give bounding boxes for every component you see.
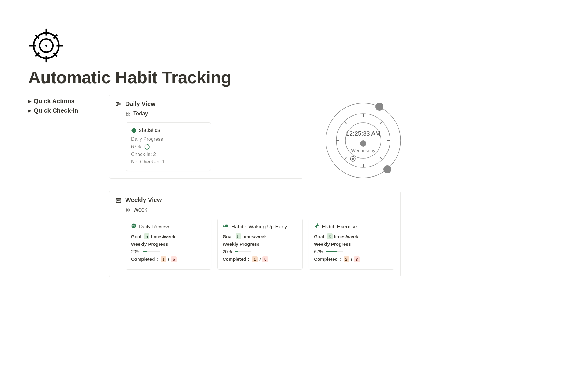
toggle-quick-actions[interactable]: ▶ Quick Actions <box>28 96 102 106</box>
statistics-title: statistics <box>139 127 160 133</box>
progress-bar <box>143 251 160 252</box>
triangle-right-icon: ▶ <box>28 108 31 113</box>
svg-rect-14 <box>126 112 128 114</box>
goal-suffix: times/week <box>151 234 175 239</box>
svg-point-48 <box>132 224 136 228</box>
weekly-progress-pct: 67% <box>314 249 323 254</box>
clock-day: Wednesday <box>351 148 375 153</box>
habit-title: Daily Review <box>139 224 169 230</box>
progress-ring-icon <box>144 144 150 150</box>
goal-value: 5 <box>236 233 241 239</box>
clock-icon: 12:25:33 AM Wednesday <box>323 98 403 183</box>
pie-chart-icon <box>131 128 137 133</box>
gallery-icon <box>126 111 131 116</box>
svg-rect-43 <box>119 200 120 201</box>
svg-line-31 <box>344 157 346 159</box>
weekly-progress-pct: 20% <box>131 249 140 254</box>
triangle-right-icon: ▶ <box>28 99 31 103</box>
svg-point-32 <box>375 103 383 111</box>
goal-prefix: Goal: <box>223 234 234 239</box>
progress-bar <box>235 251 251 252</box>
svg-point-33 <box>383 165 391 173</box>
run-icon <box>314 223 319 230</box>
goal-suffix: times/week <box>242 234 267 239</box>
completed-target: 5 <box>262 256 268 262</box>
svg-rect-47 <box>129 210 130 212</box>
goal-suffix: times/week <box>334 234 358 239</box>
daily-progress-pct: 67% <box>131 144 141 150</box>
daily-view-title: Daily View <box>125 100 156 107</box>
svg-rect-12 <box>117 103 121 104</box>
toggle-label: Quick Actions <box>34 98 75 105</box>
bed-icon <box>223 223 229 230</box>
svg-rect-11 <box>116 102 119 103</box>
svg-rect-13 <box>116 105 118 106</box>
svg-rect-46 <box>126 210 128 212</box>
completed-target: 3 <box>354 256 360 262</box>
completed-prefix: Completed： <box>223 257 251 262</box>
clock-time: 12:25:33 AM <box>346 130 380 137</box>
svg-line-30 <box>380 122 382 124</box>
habit-title: Habit: Exercise <box>322 224 357 230</box>
review-icon <box>131 223 137 230</box>
target-icon <box>28 28 64 64</box>
view-label: Today <box>133 110 148 117</box>
view-selector-week[interactable]: Week <box>126 207 394 213</box>
weekly-progress-pct: 20% <box>223 249 232 254</box>
sidebar: ▶ Quick Actions ▶ Quick Check-in <box>28 95 102 277</box>
svg-rect-42 <box>118 200 119 201</box>
completed-done: 1 <box>161 256 166 262</box>
goal-prefix: Goal: <box>131 234 143 239</box>
goal-value: 5 <box>144 233 149 239</box>
page-title: Automatic Habit Tracking <box>28 67 560 87</box>
gallery-icon <box>126 208 131 212</box>
not-checkin-count: Not Check-in: 1 <box>131 159 206 165</box>
completed-target: 5 <box>171 256 177 262</box>
completed-done: 1 <box>252 256 258 262</box>
daily-progress-label: Daily Progress <box>131 137 206 142</box>
completed-prefix: Completed： <box>314 257 342 262</box>
habit-title: Habit：Waking Up Early <box>231 223 287 230</box>
habit-card[interactable]: Daily ReviewGoal: 5 times/weekWeekly Pro… <box>126 219 211 270</box>
view-selector-today[interactable]: Today <box>126 110 297 117</box>
completed-done: 2 <box>344 256 349 262</box>
weekly-progress-label: Weekly Progress <box>131 242 206 247</box>
svg-point-36 <box>360 140 366 147</box>
progress-bar <box>326 251 343 252</box>
toggle-label: Quick Check-in <box>34 107 78 114</box>
svg-rect-16 <box>126 114 128 116</box>
svg-rect-41 <box>117 200 118 201</box>
svg-line-28 <box>344 122 346 124</box>
calendar-icon <box>115 197 122 203</box>
svg-point-49 <box>317 223 318 225</box>
daily-view-callout: Daily View Today <box>109 95 303 179</box>
goal-value: 3 <box>327 233 333 239</box>
svg-rect-15 <box>129 112 130 114</box>
weekly-progress-label: Weekly Progress <box>314 242 389 247</box>
slash: / <box>168 257 169 262</box>
completed-prefix: Completed： <box>131 257 160 262</box>
view-label: Week <box>133 207 147 213</box>
weekly-progress-label: Weekly Progress <box>223 242 298 247</box>
svg-point-2 <box>45 45 47 47</box>
checkin-count: Check-in: 2 <box>131 152 206 157</box>
svg-line-29 <box>380 157 382 159</box>
svg-rect-45 <box>129 208 130 210</box>
weekly-view-title: Weekly View <box>125 197 162 204</box>
clock-widget: 12:25:33 AM Wednesday <box>314 95 412 183</box>
habit-card[interactable]: Habit：Waking Up EarlyGoal: 5 times/weekW… <box>217 219 303 270</box>
svg-rect-44 <box>126 208 128 210</box>
habit-card[interactable]: Habit: ExerciseGoal: 3 times/weekWeekly … <box>309 219 394 270</box>
page-icon <box>28 28 560 65</box>
svg-point-35 <box>352 158 354 160</box>
goal-prefix: Goal: <box>314 234 326 239</box>
svg-rect-17 <box>129 114 130 116</box>
toggle-quick-checkin[interactable]: ▶ Quick Check-in <box>28 106 102 115</box>
statistics-card[interactable]: statistics Daily Progress 67% Check-in: … <box>126 122 211 171</box>
timeline-icon <box>115 101 122 107</box>
slash: / <box>351 257 352 262</box>
weekly-view-callout: Weekly View Week Daily ReviewGoal: 5 tim… <box>109 191 401 277</box>
slash: / <box>259 257 261 262</box>
